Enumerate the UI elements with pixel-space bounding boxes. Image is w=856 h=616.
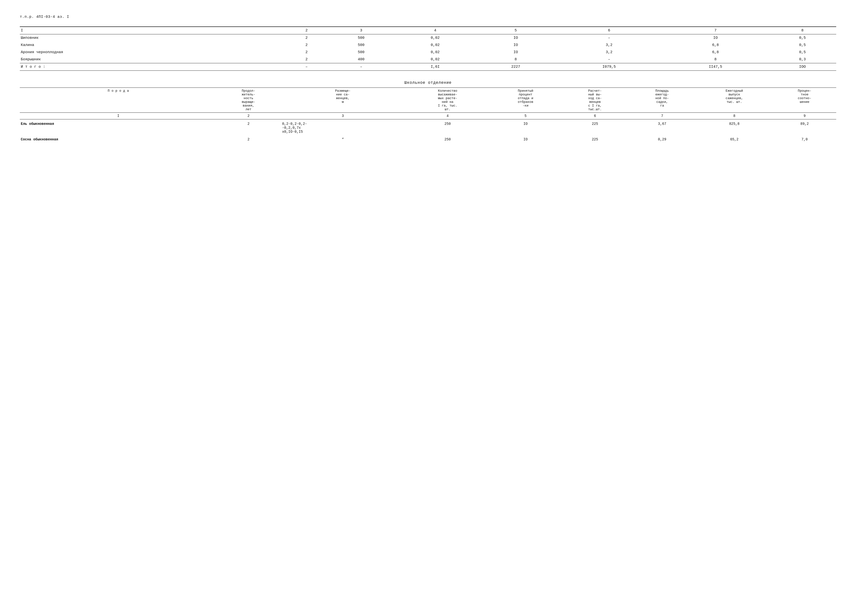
row-name: Боярышник [20,56,286,63]
total-c8: IOO [769,63,836,71]
table-row: Шиповник 2 500 0,02 IO – IO 0,5 [20,34,836,42]
school-row-c8: 825,8 [696,120,773,135]
school-header-row: П о р о д а Продол-житель-ностьвыращи-ва… [20,88,836,113]
row-c3: 400 [327,56,395,63]
top-col-3: 3 [327,27,395,34]
school-col6-header: Расчет-ный вы-ход са-женцевс I га,тыс.шт… [561,88,629,113]
row-name: Арония черноплодная [20,49,286,56]
school-num-1: I [20,113,217,120]
school-col-nums-row: I 2 3 4 5 6 7 8 9 [20,113,836,120]
row-c7: IO [662,34,769,42]
school-num-6: 6 [561,113,629,120]
top-col-5: 5 [476,27,556,34]
school-row-name: Ель обыкновенная [20,120,217,135]
row-c7: 6,8 [662,41,769,49]
school-row-c2: 2 [217,135,280,143]
row-c4: 0,02 [395,56,475,63]
school-col7-header: Площадьежегод-ной по-садки,га [629,88,696,113]
table-row: Боярышник 2 400 0,02 8 – 8 0,3 [20,56,836,63]
row-c4: 0,02 [395,34,475,42]
top-col-6: 6 [556,27,662,34]
table-row: Сосна обыкновенная 2 “ 250 IO 225 0,29 6… [20,135,836,143]
top-col-1: I [20,27,286,34]
row-c8: 0,5 [769,41,836,49]
school-table: П о р о д а Продол-житель-ностьвыращи-ва… [20,88,836,143]
row-c5: IO [476,41,556,49]
row-c7: 6,8 [662,49,769,56]
page-header: т.п.р. 4ПI-03-4 аз. I [20,15,836,19]
school-num-2: 2 [217,113,280,120]
school-row-c4: 250 [405,120,490,135]
row-c6: – [556,34,662,42]
school-row-c4: 250 [405,135,490,143]
school-row-c7: 3,67 [629,120,696,135]
row-c8: 0,5 [769,34,836,42]
top-table: I 2 3 4 5 6 7 8 Шиповник 2 500 0,02 IO –… [20,26,836,71]
table-row: Калина 2 500 0,02 IO 3,2 6,8 0,5 [20,41,836,49]
total-c4: I,6I [395,63,475,71]
row-c5: IO [476,49,556,56]
school-col9-header: Процен-тноесоотно-шение [773,88,836,113]
school-row-c7: 0,29 [629,135,696,143]
row-c6: 3,2 [556,49,662,56]
top-col-2: 2 [286,27,328,34]
school-num-9: 9 [773,113,836,120]
row-c2: 2 [286,49,328,56]
row-c6: – [556,56,662,63]
row-c2: 2 [286,56,328,63]
school-section-title: Школьное отделение [20,81,836,85]
table-row: Ель обыкновенная 2 0,2-0,2-0,2--0,2,0,7x… [20,120,836,135]
total-c3: – [327,63,395,71]
row-c4: 0,02 [395,41,475,49]
school-row-c8: 65,2 [696,135,773,143]
row-c2: 2 [286,34,328,42]
total-c5: 2227 [476,63,556,71]
school-row-c3: 0,2-0,2-0,2--0,2,0,7xx0,IO-0,I5 [280,120,405,135]
top-col-8: 8 [769,27,836,34]
row-name: Калина [20,41,286,49]
school-num-3: 3 [280,113,405,120]
total-row: И т о г о : – – I,6I 2227 I079,5 II47,5 … [20,63,836,71]
row-c8: 0,3 [769,56,836,63]
row-c5: 8 [476,56,556,63]
row-c3: 500 [327,41,395,49]
row-c2: 2 [286,41,328,49]
school-row-name: Сосна обыкновенная [20,135,217,143]
row-c3: 500 [327,49,395,56]
total-c2: – [286,63,328,71]
row-c8: 0,5 [769,49,836,56]
school-row-c6: 225 [561,120,629,135]
school-row-c2: 2 [217,120,280,135]
total-label: И т о г о : [20,63,286,71]
school-row-c5: IO [490,120,561,135]
school-row-c5: IO [490,135,561,143]
school-num-8: 8 [696,113,773,120]
row-c7: 8 [662,56,769,63]
school-col4-header: Количествовысаживае-мых расте-ний наI га… [405,88,490,113]
top-col-4: 4 [395,27,475,34]
total-c6: I079,5 [556,63,662,71]
school-col-breed-header: П о р о д а [20,88,217,113]
school-col5-header: Принятыйпроцентотпада иотбраков-ки [490,88,561,113]
school-row-c9: 89,2 [773,120,836,135]
row-c4: 0,02 [395,49,475,56]
row-c5: IO [476,34,556,42]
school-row-c6: 225 [561,135,629,143]
school-num-5: 5 [490,113,561,120]
school-col2-header: Продол-житель-ностьвыращи-вания,лет [217,88,280,113]
school-row-c3: “ [280,135,405,143]
top-col-7: 7 [662,27,769,34]
total-c7: II47,5 [662,63,769,71]
row-name: Шиповник [20,34,286,42]
top-table-header-row: I 2 3 4 5 6 7 8 [20,27,836,34]
school-col8-header: Ежегодныйвыпусксаженцев,тыс. шт. [696,88,773,113]
row-c3: 500 [327,34,395,42]
table-row: Арония черноплодная 2 500 0,02 IO 3,2 6,… [20,49,836,56]
school-num-7: 7 [629,113,696,120]
school-col3-header: Размеще-ние са-женцев,м [280,88,405,113]
school-row-c9: 7,0 [773,135,836,143]
row-c6: 3,2 [556,41,662,49]
school-num-4: 4 [405,113,490,120]
